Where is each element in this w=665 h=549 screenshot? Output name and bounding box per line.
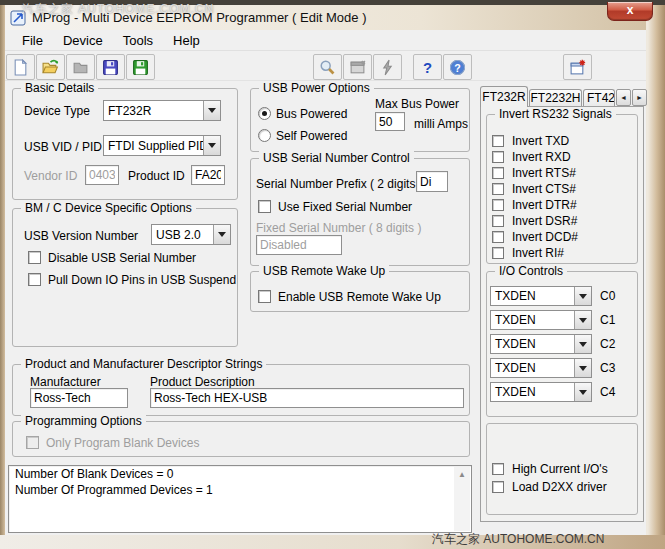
open-file-button[interactable] (36, 54, 65, 80)
max-bus-power-field[interactable] (375, 112, 405, 131)
close-button[interactable]: x (607, 2, 653, 21)
invert-txd-label: Invert TXD (512, 134, 569, 148)
only-blank-label: Only Program Blank Devices (46, 436, 199, 450)
manufacturer-label: Manufacturer (30, 375, 101, 389)
tab-scroll-right-icon[interactable]: ► (632, 89, 647, 106)
menu-help[interactable]: Help (164, 31, 209, 50)
use-fixed-serial-checkbox[interactable] (258, 200, 271, 213)
invert-txd-checkbox[interactable] (492, 135, 504, 147)
io-c2-value: TXDEN (491, 337, 574, 351)
device-type-combobox[interactable]: FT232R (103, 100, 221, 121)
chevron-down-icon[interactable] (203, 136, 220, 155)
program-disabled-button[interactable] (343, 54, 372, 80)
lightning-bolt-icon (379, 59, 396, 76)
power-options-title: USB Power Options (259, 81, 374, 95)
invert-dsr-checkbox[interactable] (492, 215, 504, 227)
product-id-field[interactable] (191, 165, 225, 185)
help-topics-button[interactable]: ? (413, 54, 442, 80)
io-c3-combobox[interactable]: TXDEN (490, 358, 592, 378)
bus-powered-label: Bus Powered (276, 107, 347, 121)
chevron-down-icon[interactable] (574, 311, 591, 329)
vendor-id-field[interactable] (85, 165, 119, 185)
menu-tools[interactable]: Tools (114, 31, 162, 50)
product-description-field[interactable] (150, 388, 464, 408)
save-button[interactable] (96, 54, 125, 80)
io-c2-combobox[interactable]: TXDEN (490, 334, 592, 354)
tab-ft232r[interactable]: FT232R (480, 86, 528, 107)
window-delete-icon (569, 59, 586, 76)
enable-wakeup-label: Enable USB Remote Wake Up (278, 290, 441, 304)
new-document-icon (12, 59, 29, 76)
menu-device[interactable]: Device (54, 31, 112, 50)
io-c1-combobox[interactable]: TXDEN (490, 310, 592, 330)
enable-wakeup-checkbox[interactable] (258, 290, 271, 303)
tab-ft2232h[interactable]: FT2232H (529, 89, 582, 107)
chevron-down-icon[interactable] (574, 383, 591, 401)
disable-serial-label: Disable USB Serial Number (48, 251, 196, 265)
io-c3-value: TXDEN (491, 361, 574, 375)
scroll-up-icon[interactable]: ▲ (454, 467, 470, 482)
pull-down-io-checkbox[interactable] (28, 273, 41, 286)
disable-serial-checkbox[interactable] (28, 251, 41, 264)
self-powered-radio[interactable] (258, 129, 271, 142)
chevron-down-icon[interactable] (213, 225, 230, 244)
io-c2-label: C2 (600, 337, 615, 351)
clear-device-button[interactable] (563, 54, 592, 80)
io-c1-label: C1 (600, 313, 615, 327)
tab-scroll-left-icon[interactable]: ◄ (616, 89, 631, 106)
question-mark-icon: ? (419, 59, 436, 76)
io-c0-label: C0 (600, 289, 615, 303)
document-disabled-icon (72, 59, 89, 76)
save-as-button[interactable] (126, 54, 155, 80)
vid-pid-combobox[interactable]: FTDI Supplied PID (103, 135, 221, 156)
bus-powered-radio[interactable] (258, 107, 271, 120)
status-scrollbar[interactable]: ▲ (454, 467, 470, 531)
toolbar: ? ? (5, 51, 646, 81)
chevron-down-icon[interactable] (574, 335, 591, 353)
scan-devices-button[interactable] (313, 54, 342, 80)
invert-cts-checkbox[interactable] (492, 183, 504, 195)
invert-rxd-label: Invert RXD (512, 150, 571, 164)
chip-window-disabled-icon (349, 59, 366, 76)
watermark-bottom: 汽车之家 AUTOHOME.COM.CN (432, 531, 604, 548)
invert-ri-checkbox[interactable] (492, 247, 504, 259)
fixed-serial-field[interactable] (256, 235, 342, 255)
bm-options-title: BM / C Device Specific Options (21, 201, 196, 215)
only-blank-checkbox[interactable] (26, 436, 39, 449)
serial-prefix-field[interactable] (416, 171, 448, 192)
chevron-down-icon[interactable] (574, 359, 591, 377)
window-right-border (646, 5, 665, 535)
chevron-down-icon[interactable] (574, 287, 591, 305)
status-output[interactable]: Number Of Blank Devices = 0 Number Of Pr… (8, 465, 472, 533)
save-floppy-green-icon (132, 59, 149, 76)
cycle-disabled-button[interactable] (373, 54, 402, 80)
usb-version-combobox[interactable]: USB 2.0 (151, 224, 231, 245)
menu-file[interactable]: File (13, 31, 52, 50)
load-d2xx-checkbox[interactable] (492, 481, 504, 493)
descriptor-strings-title: Product and Manufacturer Descriptor Stri… (21, 357, 266, 371)
invert-ri-label: Invert RI# (512, 246, 564, 260)
watermark-top: 汽车之家 AUTOHOME.COM.CN (22, 1, 214, 18)
about-button[interactable]: ? (443, 54, 472, 80)
io-c0-combobox[interactable]: TXDEN (490, 286, 592, 306)
programming-options-title: Programming Options (21, 414, 146, 428)
status-line: Number Of Blank Devices = 0 (9, 466, 471, 482)
invert-dcd-checkbox[interactable] (492, 231, 504, 243)
use-fixed-serial-label: Use Fixed Serial Number (278, 200, 412, 214)
io-c4-combobox[interactable]: TXDEN (490, 382, 592, 402)
manufacturer-field[interactable] (30, 388, 128, 408)
invert-dtr-label: Invert DTR# (512, 198, 577, 212)
edit-disabled-button[interactable] (66, 54, 95, 80)
chevron-down-icon[interactable] (203, 101, 220, 120)
invert-rts-checkbox[interactable] (492, 167, 504, 179)
tab-ft4232h[interactable]: FT423 (583, 89, 615, 107)
io-c1-value: TXDEN (491, 313, 574, 327)
product-description-label: Product Description (150, 375, 255, 389)
new-file-button[interactable] (6, 54, 35, 80)
high-current-checkbox[interactable] (492, 463, 504, 475)
invert-rts-label: Invert RTS# (512, 166, 576, 180)
invert-rxd-checkbox[interactable] (492, 151, 504, 163)
invert-cts-label: Invert CTS# (512, 182, 576, 196)
invert-dtr-checkbox[interactable] (492, 199, 504, 211)
usb-version-value: USB 2.0 (152, 228, 213, 242)
